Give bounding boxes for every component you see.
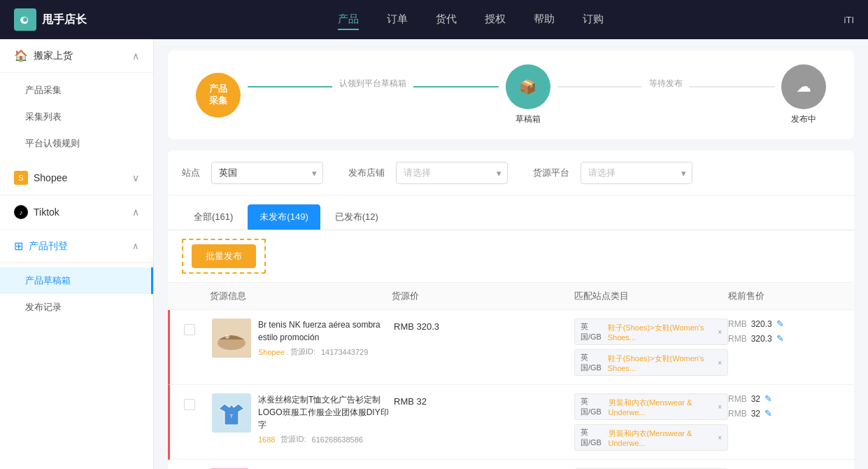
store-placeholder: 请选择 (404, 167, 431, 179)
row2-cat-tag-2: 英国/GB 男装和内衣(Menswear & Underwe... × (574, 424, 728, 451)
row1-price-item-2: RMB 320.3 ✎ (728, 333, 840, 344)
row1-product-detail: Br tenis NK fuerza aérea sombra estilo p… (258, 318, 394, 358)
step-claim-label: 认领到平台草稿箱 (339, 78, 406, 90)
row2-product-title: 冰蚕丝棉定制T恤文化广告衫定制LOGO班服工作服企业团体服DIY印字 (258, 393, 394, 431)
step-collect: 产品采集 (196, 73, 241, 118)
row1-checkbox[interactable] (184, 324, 195, 335)
row2-product-thumb: T (212, 393, 251, 433)
nav-item-order[interactable]: 订单 (387, 10, 408, 30)
shopee-chevron-icon: ∨ (132, 172, 139, 183)
site-select-value: 英国 (219, 167, 237, 179)
row2-cat2-close-icon[interactable]: × (718, 434, 722, 442)
row2-price1-currency: RMB (728, 394, 747, 404)
sidebar-item-collect-list[interactable]: 采集列表 (0, 104, 153, 130)
store-select[interactable]: 请选择 ▾ (396, 162, 508, 184)
product-listing-label: 产品刊登 (29, 240, 68, 253)
sidebar: 🏠 搬家上货 ∧ 产品采集 采集列表 平台认领规则 S Shopee ∨ ♪ T… (0, 39, 154, 469)
logo-text: 甩手店长 (42, 13, 87, 27)
row2-checkbox-cell (184, 393, 212, 410)
step-line-1 (248, 86, 332, 88)
row2-cat2-cat: 男装和内衣(Menswear & Underwe... (609, 428, 716, 447)
row2-price-item-2: RMB 32 ✎ (728, 408, 840, 419)
sidebar-sub-move: 产品采集 采集列表 平台认领规则 (0, 73, 153, 161)
steps-bar: 产品采集 认领到平台草稿箱 📦 草稿箱 等待发布 (168, 50, 854, 139)
sidebar-item-platform-rules[interactable]: 平台认领规则 (0, 130, 153, 157)
source-placeholder: 请选择 (588, 167, 616, 179)
main-layout: 🏠 搬家上货 ∧ 产品采集 采集列表 平台认领规则 S Shopee ∨ ♪ T… (0, 39, 868, 469)
table-row: 【酷洛米联名】UNIFREE棋盘格T恤女宽松设计感小众短袖上衣潮ins 天猫 货… (168, 460, 854, 469)
tab-all[interactable]: 全部(161) (182, 204, 245, 230)
step-wait: 等待发布 (649, 78, 683, 112)
step-publishing: ☁ 发布中 (781, 64, 826, 125)
row2-checkbox[interactable] (184, 399, 195, 410)
nav-items: 产品 订单 货代 授权 帮助 订购 (126, 10, 816, 30)
content-area: 产品采集 认领到平台草稿箱 📦 草稿箱 等待发布 (154, 39, 868, 469)
row1-source-id: 14173443729 (321, 348, 368, 356)
step-draft: 📦 草稿箱 (506, 64, 550, 125)
svg-text:T: T (230, 413, 234, 419)
sidebar-item-product-listing[interactable]: ⊞ 产品刊登 ∧ (0, 230, 153, 263)
row2-price2-amount: 32 (751, 409, 760, 419)
row1-product-source: Shopee 货源ID: 14173443729 (258, 346, 394, 357)
bulk-publish-button[interactable]: 批量发布 (192, 244, 256, 268)
filter-row: 站点 英国 ▾ 发布店铺 请选择 ▾ 货源平台 请选择 ▾ (168, 150, 854, 196)
row2-price-item-1: RMB 32 ✎ (728, 393, 840, 404)
row1-price2-edit-icon[interactable]: ✎ (776, 333, 784, 344)
row1-cat1-close-icon[interactable]: × (718, 328, 722, 336)
row1-cat1-cat: 鞋子(Shoes)>女鞋(Women's Shoes... (608, 323, 715, 342)
sidebar-item-product-collect[interactable]: 产品采集 (0, 77, 153, 104)
tab-unpublished[interactable]: 未发布(149) (248, 204, 320, 230)
sidebar-item-product-draft[interactable]: 产品草稿箱 (0, 267, 153, 294)
step-draft-circle: 📦 (506, 64, 550, 109)
source-select[interactable]: 请选择 ▾ (581, 162, 692, 184)
sidebar-item-tiktok[interactable]: ♪ Tiktok ∧ (0, 195, 153, 230)
row2-price2-currency: RMB (728, 409, 747, 419)
shopee-label: Shopee (34, 172, 67, 183)
row1-cat2-cat: 鞋子(Shoes)>女鞋(Women's Shoes... (608, 354, 715, 372)
row2-price2-edit-icon[interactable]: ✎ (764, 408, 772, 419)
nav-item-help[interactable]: 帮助 (534, 10, 555, 30)
step-draft-label: 草稿箱 (515, 113, 541, 125)
row1-price2-amount: 320.3 (751, 334, 772, 344)
row2-cat1-close-icon[interactable]: × (718, 403, 722, 411)
sidebar-item-shopee[interactable]: S Shopee ∨ (0, 161, 153, 195)
row1-price1-edit-icon[interactable]: ✎ (776, 318, 784, 329)
row1-price1-amount: 320.3 (751, 319, 772, 329)
tab-published[interactable]: 已发布(12) (323, 204, 390, 230)
nav-item-freight[interactable]: 货代 (436, 10, 457, 30)
nav-item-product[interactable]: 产品 (338, 10, 359, 30)
table-row: T 冰蚕丝棉定制T恤文化广告衫定制LOGO班服工作服企业团体服DIY印字 168… (168, 385, 854, 460)
row1-cat2-site: 英国/GB (581, 352, 605, 373)
row2-product-source: 1688 货源ID: 616268638586 (258, 434, 394, 444)
product-listing-icon-group: ⊞ 产品刊登 (14, 239, 68, 253)
row2-category-col: 英国/GB 男装和内衣(Menswear & Underwe... × 英国/G… (574, 393, 728, 451)
logo: 甩手店长 (14, 8, 98, 31)
tiktok-icon: ♪ (14, 205, 28, 219)
nav-right: iTI (844, 15, 854, 25)
row1-product-title: Br tenis NK fuerza aérea sombra estilo p… (258, 318, 394, 344)
row1-category-col: 英国/GB 鞋子(Shoes)>女鞋(Women's Shoes... × 英国… (574, 318, 728, 376)
product-listing-chevron-icon: ∧ (132, 241, 139, 251)
site-select[interactable]: 英国 ▾ (211, 162, 323, 184)
site-label: 站点 (182, 167, 200, 179)
col-category: 匹配站点类目 (574, 290, 728, 302)
step-collect-circle: 产品采集 (196, 73, 241, 118)
row2-price1-edit-icon[interactable]: ✎ (764, 393, 772, 404)
source-chevron-icon: ▾ (681, 168, 686, 178)
shopee-icon: S (14, 171, 28, 185)
step-publishing-circle: ☁ (781, 64, 826, 109)
row1-cat1-site: 英国/GB (581, 321, 605, 342)
nav-item-auth[interactable]: 授权 (485, 10, 506, 30)
step-publishing-label: 发布中 (791, 113, 816, 125)
sidebar-item-move-upload[interactable]: 🏠 搬家上货 ∧ (0, 39, 153, 73)
table-row: Br tenis NK fuerza aérea sombra estilo p… (168, 310, 854, 385)
row2-price1-amount: 32 (751, 394, 760, 404)
tabs-row: 全部(161) 未发布(149) 已发布(12) (168, 196, 854, 230)
row1-cat2-close-icon[interactable]: × (718, 359, 722, 367)
move-upload-icon: 🏠 (14, 49, 28, 62)
step-line-2 (413, 86, 498, 88)
row2-cat2-site: 英国/GB (581, 427, 606, 448)
row2-product-info: T 冰蚕丝棉定制T恤文化广告衫定制LOGO班服工作服企业团体服DIY印字 168… (212, 393, 394, 444)
sidebar-item-publish-record[interactable]: 发布记录 (0, 294, 153, 321)
nav-item-order2[interactable]: 订购 (583, 10, 604, 30)
